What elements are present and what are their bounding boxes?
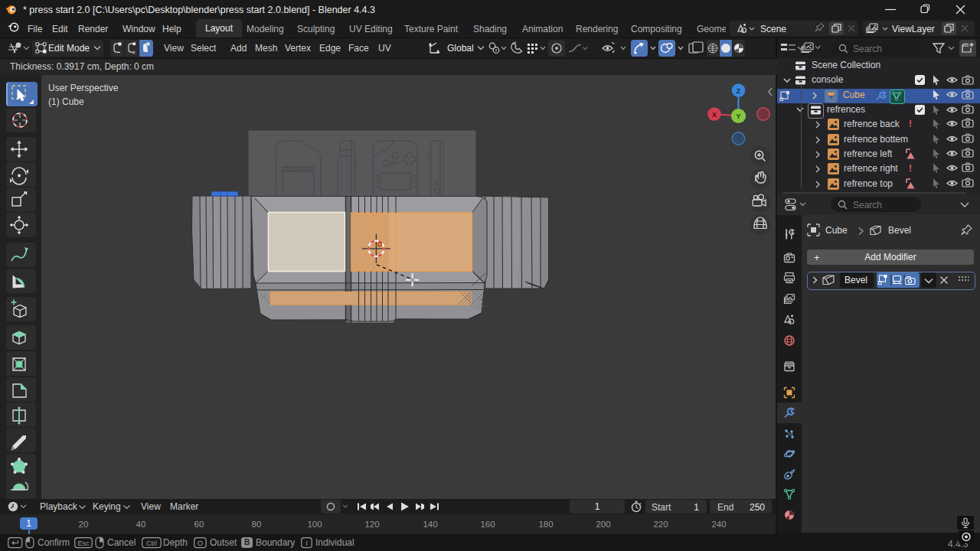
- svg-text:I: I: [305, 539, 308, 547]
- svg-text:Esc: Esc: [77, 540, 90, 547]
- svg-text:Z: Z: [737, 86, 741, 95]
- svg-text:Ctrl: Ctrl: [146, 540, 157, 547]
- svg-text:X: X: [712, 110, 717, 119]
- svg-text:Y: Y: [736, 112, 741, 120]
- svg-text:O: O: [198, 539, 203, 547]
